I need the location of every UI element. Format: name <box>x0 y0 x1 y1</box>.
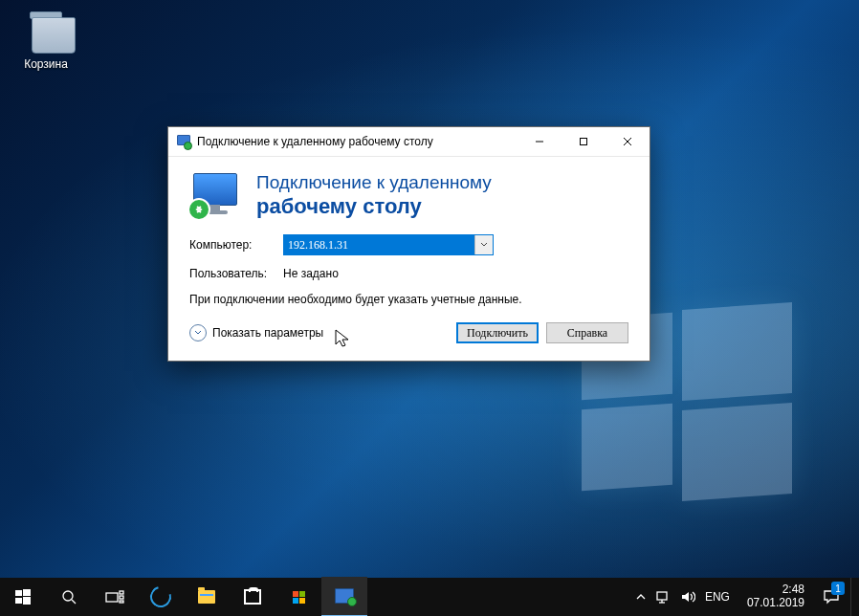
svg-line-10 <box>72 600 76 604</box>
rdp-titlebar-icon <box>176 134 191 149</box>
taskbar: ENG 2:48 07.01.2019 1 <box>0 578 859 616</box>
store-icon <box>244 589 261 605</box>
user-value: Не задано <box>283 267 339 280</box>
svg-rect-1 <box>581 139 587 145</box>
maximize-button[interactable] <box>562 127 606 156</box>
rdp-icon <box>335 588 354 604</box>
banner-heading: Подключение к удаленному рабочему столу <box>256 172 492 219</box>
titlebar[interactable]: Подключение к удаленному рабочему столу <box>168 127 650 157</box>
close-button[interactable] <box>606 127 650 156</box>
recycle-bin-icon <box>26 10 66 54</box>
computer-input[interactable] <box>283 234 494 255</box>
svg-rect-6 <box>23 589 31 596</box>
ms-store-icon <box>293 591 305 604</box>
rdp-window: Подключение к удаленному рабочему столу … <box>167 126 650 362</box>
start-button[interactable] <box>0 578 46 616</box>
notification-badge: 1 <box>831 582 845 595</box>
computer-dropdown-button[interactable] <box>474 235 493 254</box>
show-desktop-button[interactable] <box>850 578 857 616</box>
action-center-button[interactable]: 1 <box>812 578 850 616</box>
taskbar-edge[interactable] <box>138 578 184 616</box>
desktop: Корзина Подключение к удаленному рабочем… <box>0 0 859 616</box>
taskbar-file-explorer[interactable] <box>184 578 230 616</box>
recycle-bin-label: Корзина <box>11 57 80 71</box>
volume-icon[interactable] <box>680 590 695 604</box>
chevron-down-icon <box>189 324 207 341</box>
taskbar-store[interactable] <box>230 578 275 616</box>
taskbar-rdp[interactable] <box>321 577 367 616</box>
taskbar-ms-store[interactable] <box>275 578 321 616</box>
rdp-hero-icon <box>189 173 243 219</box>
search-button[interactable] <box>46 578 92 616</box>
computer-combo[interactable] <box>283 234 494 255</box>
user-label: Пользователь: <box>189 267 283 280</box>
svg-rect-5 <box>15 590 22 596</box>
clock-date: 07.01.2019 <box>747 597 804 610</box>
file-explorer-icon <box>198 590 215 604</box>
task-view-button[interactable] <box>92 578 138 616</box>
minimize-button[interactable] <box>518 127 562 156</box>
tray-overflow-icon[interactable] <box>636 592 646 602</box>
edge-icon <box>146 583 175 611</box>
svg-rect-15 <box>657 592 667 600</box>
show-options-label: Показать параметры <box>212 326 323 340</box>
recycle-bin-desktop-icon[interactable]: Корзина <box>11 10 80 71</box>
network-icon[interactable] <box>655 590 671 604</box>
window-title: Подключение к удаленному рабочему столу <box>197 135 518 148</box>
credentials-hint: При подключении необходимо будет указать… <box>189 292 628 307</box>
show-options-expander[interactable]: Показать параметры <box>189 324 323 341</box>
connect-button[interactable]: Подключить <box>456 322 539 343</box>
svg-rect-14 <box>120 601 123 603</box>
svg-point-9 <box>63 591 73 601</box>
svg-marker-18 <box>682 592 689 602</box>
language-indicator[interactable]: ENG <box>705 590 730 604</box>
svg-rect-8 <box>23 597 31 605</box>
svg-rect-13 <box>120 596 123 599</box>
svg-rect-11 <box>106 593 118 602</box>
svg-rect-7 <box>15 598 22 604</box>
computer-label: Компьютер: <box>189 238 283 252</box>
help-button[interactable]: Справка <box>546 322 628 343</box>
banner: Подключение к удаленному рабочему столу <box>168 157 650 234</box>
clock-time: 2:48 <box>747 583 804 597</box>
taskbar-clock[interactable]: 2:48 07.01.2019 <box>739 583 812 610</box>
svg-rect-12 <box>120 591 123 594</box>
